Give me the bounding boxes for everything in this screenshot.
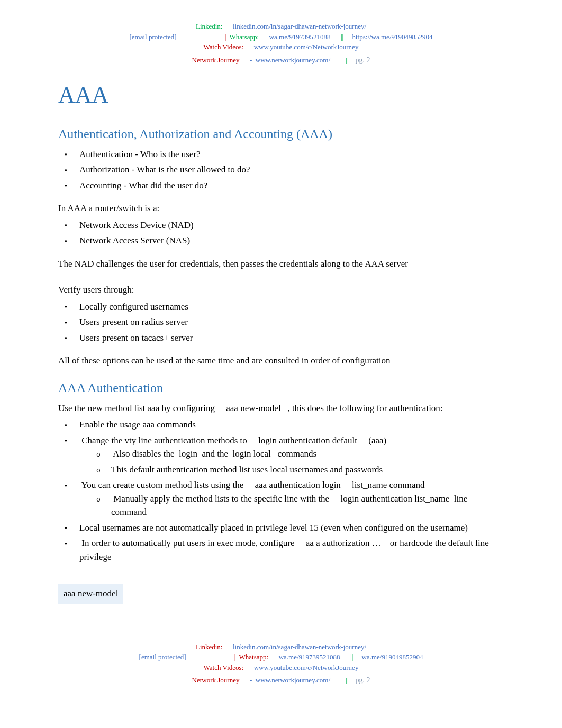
separator: || — [346, 56, 348, 64]
list-item: This default authentication method list … — [111, 463, 504, 477]
dash: - — [250, 56, 252, 64]
command-text: login local — [233, 449, 271, 459]
list-item: Enable the usage aaa commands — [79, 418, 504, 432]
site-link[interactable]: www.networkjourney.com/ — [256, 676, 330, 684]
paragraph: In AAA a router/switch is a: — [58, 202, 504, 215]
page-footer: Linkedin: linkedin.com/in/sagar-dhawan-n… — [0, 642, 562, 686]
email-link[interactable]: [email protected] — [129, 33, 176, 41]
linkedin-link[interactable]: linkedin.com/in/sagar-dhawan-network-jou… — [233, 643, 366, 651]
whatsapp-link[interactable]: wa.me/919739521088 — [279, 653, 340, 661]
command-text: aaa new-model — [226, 403, 280, 413]
paragraph: Use the new method list aaa by configuri… — [58, 402, 504, 415]
separator: | — [234, 653, 236, 661]
youtube-link[interactable]: www.youtube.com/c/NetworkJourney — [254, 43, 359, 51]
paragraph: All of these options can be used at the … — [58, 354, 504, 368]
brand-name: Network Journey — [192, 56, 240, 64]
separator: || — [341, 33, 343, 41]
youtube-link[interactable]: www.youtube.com/c/NetworkJourney — [254, 663, 359, 671]
site-link[interactable]: www.networkjourney.com/ — [256, 56, 330, 64]
list-item: Authentication - Who is the user? — [79, 148, 504, 161]
linkedin-link[interactable]: linkedin.com/in/sagar-dhawan-network-jou… — [233, 22, 366, 30]
command-text: login authentication — [340, 494, 414, 504]
list-item: You can create custom method lists using… — [79, 478, 504, 519]
document-title: AAA — [58, 81, 504, 108]
watch-videos-label: Watch Videos: — [204, 663, 244, 671]
verify-users-list: Locally configured usernames Users prese… — [58, 300, 504, 345]
linkedin-label: Linkedin: — [196, 22, 223, 30]
authentication-steps-list: Enable the usage aaa commands Change the… — [58, 418, 504, 563]
list-item: In order to automatically put users in e… — [79, 536, 504, 563]
code-block: aaa new-model — [58, 584, 123, 604]
separator: || — [346, 676, 348, 684]
list-item: Authorization - What is the user allowed… — [79, 163, 504, 177]
list-item: Local usernames are not automatically pl… — [79, 521, 504, 535]
list-item: Locally configured usernames — [79, 300, 504, 314]
command-text: login authentication default — [258, 435, 357, 445]
whatsapp-alt-link[interactable]: wa.me/919049852904 — [362, 653, 423, 661]
list-item: Network Access Device (NAD) — [79, 219, 504, 232]
list-item: Users present on radius server — [79, 315, 504, 329]
paragraph: The NAD challenges the user for credenti… — [58, 257, 504, 271]
whatsapp-label: Whatsapp: — [230, 33, 259, 41]
page-number: pg. 2 — [356, 676, 370, 684]
variable-text: list_name — [414, 494, 449, 504]
whatsapp-alt-link[interactable]: https://wa.me/919049852904 — [352, 33, 432, 41]
list-item: Network Access Server (NAS) — [79, 234, 504, 248]
list-item: Accounting - What did the user do? — [79, 179, 504, 193]
page-header: Linkedin: linkedin.com/in/sagar-dhawan-n… — [58, 21, 504, 66]
list-item: Manually apply the method lists to the s… — [111, 492, 504, 519]
whatsapp-link[interactable]: wa.me/919739521088 — [269, 33, 331, 41]
dash: - — [250, 676, 252, 684]
page-number: pg. 2 — [356, 56, 370, 64]
linkedin-label: Linkedin: — [196, 643, 223, 651]
email-link[interactable]: [email protected] — [139, 653, 186, 661]
command-text: aaa authentication login — [255, 480, 343, 490]
variable-text: list_name — [352, 480, 387, 490]
list-item: Change the vty line authentication metho… — [79, 434, 504, 477]
paragraph: Verify users through: — [58, 283, 504, 297]
command-text: login — [179, 449, 197, 459]
separator: || — [350, 653, 353, 661]
section-heading-aaa: Authentication, Authorization and Accoun… — [58, 124, 504, 143]
aaa-definition-list: Authentication - Who is the user? Author… — [58, 148, 504, 193]
list-item: Also disables the login and the login lo… — [111, 447, 504, 461]
nad-nas-list: Network Access Device (NAD) Network Acce… — [58, 219, 504, 248]
list-item: Users present on tacacs+ server — [79, 331, 504, 345]
whatsapp-label: Whatsapp: — [239, 653, 269, 661]
command-text: aa a authorization … — [306, 538, 381, 548]
section-heading-authentication: AAA Authentication — [58, 378, 504, 397]
brand-name: Network Journey — [192, 676, 240, 684]
watch-videos-label: Watch Videos: — [204, 43, 244, 51]
separator: | — [225, 33, 226, 41]
